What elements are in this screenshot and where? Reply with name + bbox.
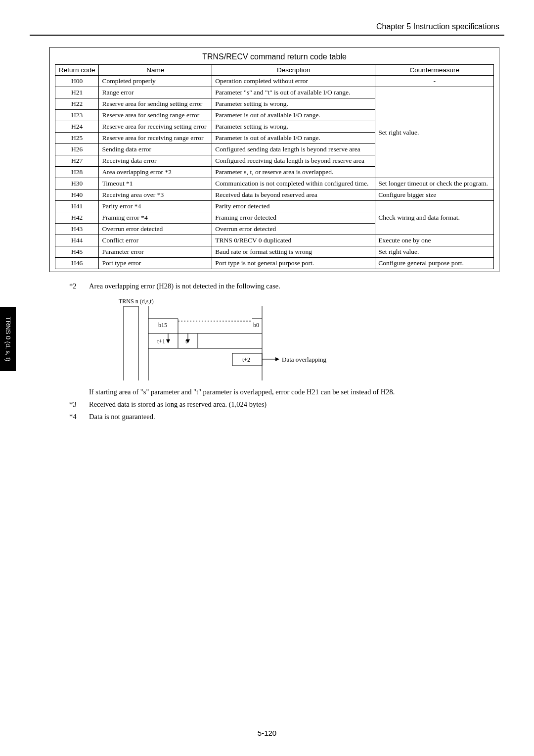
cell-code: H22: [55, 98, 99, 110]
cell-name: Area overlapping error *2: [99, 167, 212, 178]
diagram-t2: t+2: [242, 356, 250, 363]
cell-cm: Configure general purpose port.: [375, 258, 494, 269]
table-title: TRNS/RECV command return code table: [55, 52, 494, 61]
table-header-row: Return code Name Description Countermeas…: [55, 65, 494, 76]
svg-marker-19: [275, 357, 279, 361]
cell-cm: Set longer timeout or check the program.: [375, 178, 494, 189]
th-return-code: Return code: [55, 65, 99, 76]
cell-name: Reserve area for sending setting error: [99, 98, 212, 110]
th-name: Name: [99, 65, 212, 76]
note-marker: *3: [69, 400, 89, 409]
diagram-svg: b15 b0 t+1 t t+2 Data overlapping: [119, 306, 336, 380]
cell-code: H41: [55, 201, 99, 212]
cell-desc: Parameter is out of available I/O range.: [212, 110, 375, 121]
table-row: H46 Port type error Port type is not gen…: [55, 258, 494, 269]
cell-code: H28: [55, 167, 99, 178]
table-row: H44 Conflict error TRNS 0/RECV 0 duplica…: [55, 235, 494, 246]
cell-name: Sending data error: [99, 144, 212, 155]
cell-code: H21: [55, 87, 99, 98]
notes-section: *2 Area overlapping error (H28) is not d…: [69, 282, 499, 421]
note-text: Area overlapping error (H28) is not dete…: [89, 282, 499, 290]
cell-name: Completed properly: [99, 76, 212, 87]
cell-code: H40: [55, 189, 99, 201]
note-text: Received data is stored as long as reser…: [89, 400, 499, 409]
cell-code: H24: [55, 121, 99, 133]
return-code-table: Return code Name Description Countermeas…: [55, 64, 494, 269]
page-number: 5-120: [0, 729, 534, 737]
note-text: If starting area of "s" parameter and "t…: [89, 388, 499, 396]
diagram-t1: t+1: [157, 338, 165, 345]
cell-name: Reserve area for receiving setting error: [99, 121, 212, 133]
cell-name: Overrun error detected: [99, 224, 212, 235]
cell-desc: Configured receiving data length is beyo…: [212, 155, 375, 167]
cell-code: H43: [55, 224, 99, 235]
cell-desc: Port type is not general purpose port.: [212, 258, 375, 269]
cell-cm: Configure bigger size: [375, 189, 494, 201]
cell-desc: Baud rate or format setting is wrong: [212, 246, 375, 258]
cell-desc: Overrun error detected: [212, 224, 375, 235]
note-text: Data is not guaranteed.: [89, 413, 499, 421]
cell-desc: Configured sending data length is beyond…: [212, 144, 375, 155]
page-content: TRNS/RECV command return code table Retu…: [49, 47, 499, 425]
chapter-title: Chapter 5 Instruction specifications: [376, 22, 499, 31]
cell-code: H45: [55, 246, 99, 258]
svg-marker-14: [166, 339, 170, 343]
cell-code: H00: [55, 76, 99, 87]
cell-desc: Operation completed without error: [212, 76, 375, 87]
cell-code: H42: [55, 212, 99, 224]
cell-name: Timeout *1: [99, 178, 212, 189]
cell-name: Range error: [99, 87, 212, 98]
cell-desc: Framing error detected: [212, 212, 375, 224]
table-row: H21 Range error Parameter "s" and "t" is…: [55, 87, 494, 98]
diagram-header-label: TRNS n (d,s,t): [119, 298, 499, 305]
note-marker: *2: [69, 282, 89, 290]
cell-cm: Set right value.: [375, 87, 494, 178]
cell-desc: Parameter s, t, or reserve area is overl…: [212, 167, 375, 178]
cell-code: H44: [55, 235, 99, 246]
cell-name: Parity error *4: [99, 201, 212, 212]
side-tab: TRNS 0 (d, s, t): [0, 307, 16, 371]
note-marker: *4: [69, 413, 89, 421]
th-description: Description: [212, 65, 375, 76]
cell-name: Receiving data error: [99, 155, 212, 167]
cell-desc: Received data is beyond reserved area: [212, 189, 375, 201]
cell-code: H26: [55, 144, 99, 155]
diagram-b0: b0: [253, 322, 259, 329]
cell-name: Reserve area for sending range error: [99, 110, 212, 121]
cell-cm: -: [375, 76, 494, 87]
cell-name: Parameter error: [99, 246, 212, 258]
cell-name: Conflict error: [99, 235, 212, 246]
cell-cm: Set right value.: [375, 246, 494, 258]
note-4: *4 Data is not guaranteed.: [69, 413, 499, 421]
table-row: H30 Timeout *1 Communication is not comp…: [55, 178, 494, 189]
cell-code: H27: [55, 155, 99, 167]
th-countermeasure: Countermeasure: [375, 65, 494, 76]
table-row: H41 Parity error *4 Parity error detecte…: [55, 201, 494, 212]
cell-name: Reserve area for receiving range error: [99, 133, 212, 144]
table-row: H40 Receiving area over *3 Received data…: [55, 189, 494, 201]
return-code-table-box: TRNS/RECV command return code table Retu…: [49, 47, 499, 272]
note-3: *3 Received data is stored as long as re…: [69, 400, 499, 409]
table-row: H00 Completed properly Operation complet…: [55, 76, 494, 87]
diagram-b15: b15: [158, 322, 167, 329]
note-2-followup: If starting area of "s" parameter and "t…: [69, 388, 499, 396]
cell-code: H23: [55, 110, 99, 121]
cell-cm: Execute one by one: [375, 235, 494, 246]
cell-desc: Parameter setting is wrong.: [212, 98, 375, 110]
header-rule: [30, 35, 504, 36]
cell-desc: Parameter is out of available I/O range.: [212, 133, 375, 144]
cell-name: Framing error *4: [99, 212, 212, 224]
note-marker-blank: [69, 388, 89, 396]
cell-desc: Communication is not completed within co…: [212, 178, 375, 189]
cell-desc: TRNS 0/RECV 0 duplicated: [212, 235, 375, 246]
overlap-diagram: TRNS n (d,s,t) b15 b0: [119, 298, 499, 380]
cell-desc: Parity error detected: [212, 201, 375, 212]
cell-code: H25: [55, 133, 99, 144]
diagram-overlap-label: Data overlapping: [282, 356, 326, 363]
cell-desc: Parameter "s" and "t" is out of availabl…: [212, 87, 375, 98]
note-2: *2 Area overlapping error (H28) is not d…: [69, 282, 499, 290]
table-row: H45 Parameter error Baud rate or format …: [55, 246, 494, 258]
cell-cm: Check wiring and data format.: [375, 201, 494, 235]
cell-code: H30: [55, 178, 99, 189]
cell-desc: Parameter setting is wrong.: [212, 121, 375, 133]
